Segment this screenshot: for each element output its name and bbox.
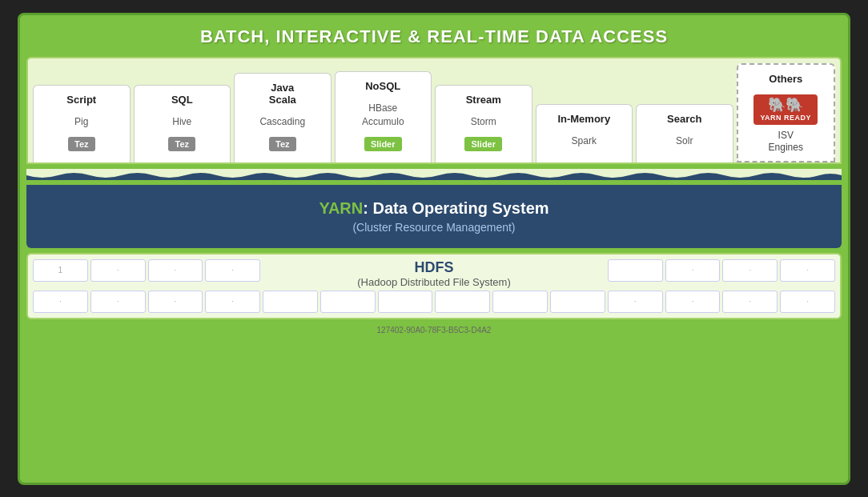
yarn-ready-badge: 🐘🐘 YARN READY (753, 94, 818, 125)
hdfs-cell: · (148, 259, 203, 282)
card-stream-title: Stream (466, 94, 501, 106)
hdfs-cell (492, 291, 548, 313)
card-search-content: Solr (676, 134, 693, 148)
hdfs-cell: · (148, 291, 203, 313)
card-others-title: Others (769, 73, 802, 85)
hdfs-section: 1 · · · HDFS (Hadoop Distributed File Sy… (26, 253, 842, 319)
elephant-icons: 🐘🐘 (768, 98, 803, 112)
card-sql-badge: Tez (168, 137, 195, 151)
card-stream: Stream Storm Slider (435, 85, 532, 162)
card-sql-content: Hive (172, 115, 191, 129)
hdfs-row2: · · · · · · · · (33, 291, 835, 313)
hdfs-cell: · (722, 291, 778, 313)
card-in-memory-content: Spark (572, 134, 597, 148)
card-nosql-content: HBaseAccumulo (362, 102, 404, 129)
card-java-scala-title: JavaScala (269, 82, 296, 106)
yarn-title: YARN: Data Operating System (34, 199, 834, 218)
card-stream-content: Storm (471, 115, 496, 129)
card-script-content: Pig (74, 115, 88, 129)
card-script-title: Script (66, 94, 96, 106)
hdfs-cell: · (90, 291, 146, 313)
card-search: Search Solr (636, 104, 733, 162)
card-nosql-badge: Slider (364, 137, 402, 151)
hdfs-cell: · (90, 259, 146, 282)
card-script: Script Pig Tez (33, 85, 131, 162)
card-java-scala: JavaScala Cascading Tez (234, 73, 332, 162)
hdfs-cell (550, 291, 605, 313)
hdfs-cell: · (722, 259, 778, 282)
yarn-subtitle: (Cluster Resource Management) (34, 221, 834, 234)
hdfs-cell (320, 291, 376, 313)
cards-row: Script Pig Tez SQL Hive Tez JavaScala Ca… (33, 63, 835, 162)
main-area: Script Pig Tez SQL Hive Tez JavaScala Ca… (26, 57, 842, 476)
hdfs-cell (378, 291, 433, 313)
hdfs-cell (608, 259, 663, 282)
hdfs-cell: 1 (33, 259, 88, 282)
cards-outer: Script Pig Tez SQL Hive Tez JavaScala Ca… (26, 57, 842, 164)
footer-id: 127402-90A0-78F3-B5C3-D4A2 (26, 326, 842, 335)
hdfs-cell (263, 291, 318, 313)
card-nosql: NoSQL HBaseAccumulo Slider (335, 71, 432, 162)
hdfs-title: HDFS (414, 259, 453, 276)
hdfs-center: HDFS (Hadoop Distributed File System) (263, 259, 605, 288)
card-nosql-title: NoSQL (365, 80, 400, 92)
card-stream-badge: Slider (464, 137, 502, 151)
yarn-title-bold: YARN (319, 199, 363, 217)
card-java-scala-badge: Tez (269, 137, 296, 151)
yarn-block: YARN: Data Operating System (Cluster Res… (26, 185, 842, 248)
card-sql-title: SQL (171, 94, 193, 106)
wave-svg (26, 169, 842, 180)
hdfs-cell: · (665, 291, 721, 313)
hdfs-cell: · (780, 259, 835, 282)
hdfs-cell: · (608, 291, 663, 313)
card-search-title: Search (667, 113, 701, 125)
hdfs-row1: 1 · · · HDFS (Hadoop Distributed File Sy… (33, 259, 835, 288)
wave-transition (26, 169, 842, 180)
hdfs-desc: (Hadoop Distributed File System) (357, 276, 510, 288)
card-java-scala-content: Cascading (259, 115, 305, 129)
hdfs-cell: · (205, 291, 260, 313)
isv-engines-label: ISVEngines (769, 130, 803, 154)
outer-container: BATCH, INTERACTIVE & REAL-TIME DATA ACCE… (18, 13, 850, 485)
hdfs-cell: · (33, 291, 88, 313)
yarn-ready-label: YARN READY (760, 114, 811, 122)
card-in-memory: In-Memory Spark (536, 104, 633, 162)
yarn-title-rest: : Data Operating System (363, 199, 549, 217)
card-sql: SQL Hive Tez (134, 85, 231, 162)
page-title: BATCH, INTERACTIVE & REAL-TIME DATA ACCE… (200, 26, 668, 46)
hdfs-cell: · (665, 259, 721, 282)
header-bar: BATCH, INTERACTIVE & REAL-TIME DATA ACCE… (26, 22, 842, 52)
hdfs-cell (435, 291, 490, 313)
hdfs-cell: · (780, 291, 835, 313)
card-script-badge: Tez (68, 137, 95, 151)
hdfs-cell: · (205, 259, 260, 282)
card-in-memory-title: In-Memory (557, 113, 610, 125)
card-others: Others 🐘🐘 YARN READY ISVEngines (737, 63, 836, 162)
